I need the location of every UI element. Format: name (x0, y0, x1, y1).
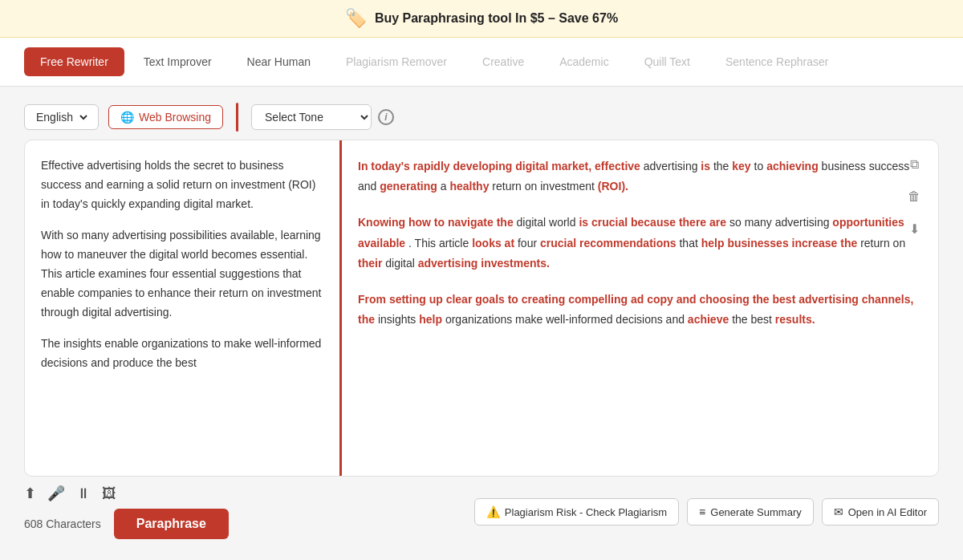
tab-sentence-rephraser: Sentence Rephraser (709, 47, 844, 76)
top-banner: 🏷️ Buy Paraphrasing tool In $5 – Save 67… (0, 0, 963, 38)
bottom-bar: ⬆ 🎤 ⏸ 🖼 608 Characters Paraphrase ⚠️ Pla… (24, 477, 939, 539)
language-dropdown[interactable]: English Spanish French (33, 110, 90, 124)
tab-plagiarism-remover: Plagiarism Remover (330, 47, 463, 76)
language-selector[interactable]: English Spanish French (24, 104, 99, 130)
controls-row: English Spanish French 🌐 Web Browsing Se… (24, 103, 939, 132)
globe-icon: 🌐 (120, 111, 134, 124)
mic-icon[interactable]: 🎤 (47, 485, 65, 502)
tone-selector-wrapper: Select Tone Formal Informal Casual Profe… (251, 104, 394, 130)
main-content: English Spanish French 🌐 Web Browsing Se… (0, 87, 963, 555)
input-panel[interactable]: Effective advertising holds the secret t… (25, 140, 342, 476)
copy-icon[interactable]: ⧉ (903, 153, 925, 176)
input-toolbar: ⬆ 🎤 ⏸ 🖼 (24, 485, 229, 505)
ai-editor-icon: ✉ (834, 505, 843, 518)
generate-summary-button[interactable]: ≡ Generate Summary (687, 498, 814, 526)
panel-divider (236, 103, 238, 132)
tab-quill-text: Quill Text (628, 47, 706, 76)
bottom-left-section: ⬆ 🎤 ⏸ 🖼 608 Characters Paraphrase (24, 485, 229, 539)
input-paragraph-2: With so many advertising possibilities a… (41, 226, 323, 322)
tab-text-improver[interactable]: Text Improver (128, 47, 228, 76)
character-count: 608 Characters (24, 517, 101, 530)
summary-icon: ≡ (699, 505, 705, 518)
download-icon[interactable]: ⬇ (903, 217, 925, 240)
right-action-buttons: ⚠️ Plagiarism Risk - Check Plagiarism ≡ … (474, 498, 939, 526)
waveform-icon[interactable]: ⏸ (76, 485, 91, 502)
tone-info-icon[interactable]: i (378, 109, 394, 125)
output-paragraph-2: Knowing how to navigate the digital worl… (358, 213, 922, 274)
input-paragraph-3: The insights enable organizations to mak… (41, 335, 323, 373)
tab-academic: Academic (543, 47, 624, 76)
paraphrase-button[interactable]: Paraphrase (114, 509, 229, 539)
tone-dropdown[interactable]: Select Tone Formal Informal Casual Profe… (251, 104, 372, 130)
editor-panels: Effective advertising holds the secret t… (24, 140, 939, 477)
tab-near-human[interactable]: Near Human (231, 47, 327, 76)
upload-icon[interactable]: ⬆ (24, 485, 36, 502)
open-ai-editor-button[interactable]: ✉ Open in AI Editor (822, 498, 939, 526)
plagiarism-icon: ⚠️ (486, 505, 500, 518)
plagiarism-check-button[interactable]: ⚠️ Plagiarism Risk - Check Plagiarism (474, 498, 679, 526)
input-paragraph-1: Effective advertising holds the secret t… (41, 156, 323, 213)
sale-icon: 🏷️ (345, 8, 367, 29)
tab-navigation: Free Rewriter Text Improver Near Human P… (0, 38, 963, 87)
output-actions: ⧉ 🗑 ⬇ (903, 153, 925, 240)
web-browsing-button[interactable]: 🌐 Web Browsing (108, 105, 223, 129)
banner-text: Buy Paraphrasing tool In $5 – Save 67% (375, 11, 618, 26)
tab-creative: Creative (466, 47, 540, 76)
delete-icon[interactable]: 🗑 (903, 185, 925, 208)
output-panel: ⧉ 🗑 ⬇ In today's rapidly developing digi… (342, 140, 938, 476)
output-paragraph-1: In today's rapidly developing digital ma… (358, 156, 922, 197)
tab-free-rewriter[interactable]: Free Rewriter (24, 47, 124, 76)
output-paragraph-3: From setting up clear goals to creating … (358, 290, 922, 330)
image-icon[interactable]: 🖼 (102, 485, 116, 502)
